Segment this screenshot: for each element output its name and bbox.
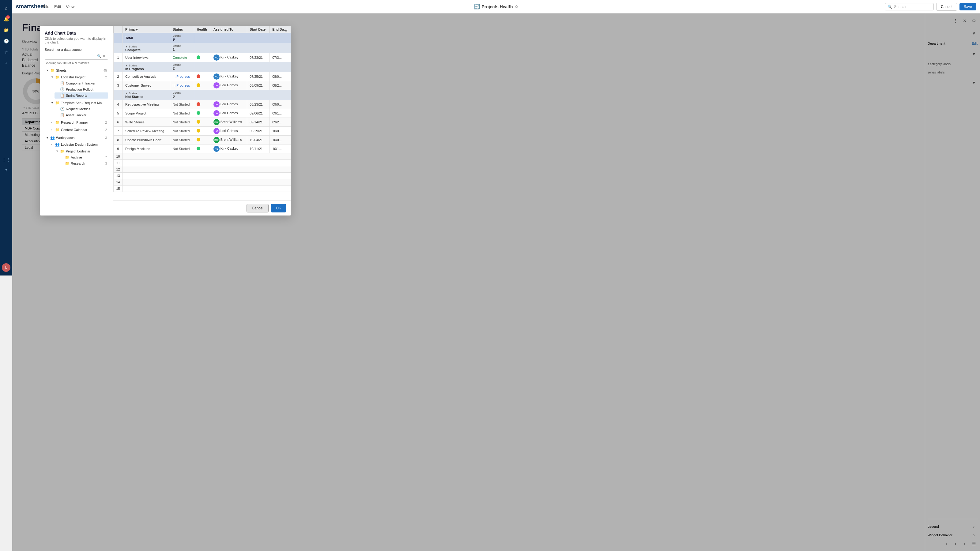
nav-file[interactable]: File [43,4,49,9]
total-row: Total Count 9 [114,33,291,43]
clock-icon: 🕐 [60,87,65,92]
assigned-to-column-header: Assigned To [211,26,247,33]
folder-icon: 📁 [55,128,60,132]
status-cell: Not Started [170,118,194,127]
clear-input-icon[interactable]: ✕ [103,54,105,58]
nav-links: File Edit View [43,4,75,9]
spreadsheet-scroll-area[interactable]: Primary Status Health Assigned To Start … [113,26,291,202]
status-cell: Not Started [170,100,194,109]
tree-sheets-header[interactable]: ▼ 📁 Sheets 45 [45,67,108,73]
search-data-label: Search for a data source [45,48,108,51]
add-chart-data-modal: Add Chart Data Click to select data you … [40,26,291,216]
search-input-icon: 🔍 [97,54,101,58]
row-num-8: 8 [114,136,123,144]
research-planner-count: 2 [105,121,107,124]
notstarted-count-cell: Count 6 [170,90,194,100]
assigned-cell: LG Lori Grimes [211,109,247,118]
asset-tracker-row[interactable]: 📋 Asset Tracker [54,112,108,118]
tree-content-calendar: › 📁 Content Calendar 2 [49,126,108,133]
sidebar-history-icon[interactable]: 🕐 [2,37,10,45]
health-cell [194,136,211,144]
request-metrics-row[interactable]: 🕐 Request Metrics [54,106,108,112]
avatar[interactable]: U [2,263,10,272]
modal-close-button[interactable]: ✕ [283,27,289,34]
search-data-input-field[interactable] [48,54,96,58]
research-row[interactable]: 📁 Research 3 [59,160,108,167]
status-cell: Not Started [170,109,194,118]
archive-row[interactable]: 📁 Archive 7 [59,154,108,160]
chevron-down-icon: ▼ [51,76,54,79]
row-num-6: 6 [114,118,123,127]
table-row: 9 Design Mockups Not Started KC Kirk Cas… [114,144,291,153]
row-num-header [114,26,123,33]
sidebar-home-icon[interactable]: ⌂ [2,4,10,12]
table-row: 6 Write Stories Not Started BW Brent Wil… [114,118,291,127]
start-date-cell: 08/09/21 [247,81,270,90]
data-source-tree: ▼ 📁 Sheets 45 ▼ 📁 Lodestar P [45,67,108,168]
end-date-cell: 09/1... [270,109,291,118]
sheet-icon: 📋 [60,113,65,117]
panel-subtitle: Click to select data you want to display… [45,37,108,44]
production-rollout-row[interactable]: 🕐 Production Rollout [54,86,108,92]
production-rollout-label: Production Rollout [66,87,107,91]
row-num-2: 2 [114,72,123,81]
cancel-button[interactable]: Cancel [247,204,268,213]
project-lodestar-label: Project Lodestar [66,149,107,153]
status-cell: In Progress [170,72,194,81]
health-cell [194,81,211,90]
page-title-icon: 🔄 [474,4,480,10]
primary-cell: Update Burndown Chart [123,136,170,144]
start-date-cell: 07/25/21 [247,72,270,81]
chevron-right-icon: › [51,121,54,124]
sprint-reports-label: Sprint Reports [66,94,107,97]
sidebar-star-icon[interactable]: ☆ [2,48,10,56]
component-tracker-row[interactable]: 📋 Component Tracker [54,80,108,86]
left-sidebar: ⌂ 🔔 3 📁 🕐 ☆ + ⋮⋮ ? U [0,0,12,275]
assigned-cell: LG Lori Grimes [211,100,247,109]
assigned-cell: KC Kirk Caskey [211,53,247,62]
nav-edit[interactable]: Edit [54,4,61,9]
start-date-cell: 07/23/21 [247,53,270,62]
sprint-reports-row[interactable]: 📋 Sprint Reports [54,92,108,98]
sidebar-add-icon[interactable]: + [2,59,10,67]
notification-badge: 3 [6,15,10,19]
app-logo: smartsheet [16,3,45,10]
end-date-cell: 08/2... [270,81,291,90]
inprogress-group-header: ▼ Status In Progress Count 2 [114,62,291,72]
search-data-input-wrapper[interactable]: 🔍 ✕ [45,52,108,60]
start-date-cell: 09/14/21 [247,118,270,127]
component-tracker-label: Component Tracker [66,81,107,85]
chart-data-panel: Add Chart Data Click to select data you … [40,26,113,216]
nav-view[interactable]: View [66,4,75,9]
status-column-header: Status [170,26,194,33]
sheets-children: ▼ 📁 Lodestar Project 2 📋 Compo [45,73,108,133]
research-planner-row[interactable]: › 📁 Research Planner 2 [49,119,108,125]
request-metrics-label: Request Metrics [66,107,107,111]
health-cell [194,100,211,109]
workspaces-header[interactable]: ▼ 👥 Workspaces 3 [45,135,108,141]
assigned-cell: KC Kirk Caskey [211,144,247,153]
health-column-header: Health [194,26,211,33]
sidebar-folder-icon[interactable]: 📁 [2,26,10,34]
ok-button[interactable]: OK [271,204,286,213]
lodestar-project-row[interactable]: ▼ 📁 Lodestar Project 2 [49,74,108,80]
status-cell: Not Started [170,127,194,136]
lodestar-project-label: Lodestar Project [61,75,104,79]
primary-cell: Retrospective Meeting [123,100,170,109]
lodestar-design-row[interactable]: › 👥 Lodestar Design System [49,141,108,148]
sidebar-help-icon[interactable]: ? [2,167,10,175]
content-calendar-row[interactable]: › 📁 Content Calendar 2 [49,127,108,133]
template-set-row[interactable]: ▼ 📁 Template Set - Request Ma. [49,100,108,106]
notstarted-group-header: ▼ Status Not Started Count 6 [114,90,291,100]
sidebar-notification-icon[interactable]: 🔔 3 [2,15,10,23]
chevron-right-icon: › [51,128,54,131]
top-bar: smartsheet File Edit View 🔄 Projects Hea… [12,0,490,13]
lodestar-design-label: Lodestar Design System [61,143,107,146]
content-calendar-count: 2 [105,128,107,132]
primary-cell: Scope Project [123,109,170,118]
sidebar-apps-icon[interactable]: ⋮⋮ [2,156,10,164]
project-lodestar-row[interactable]: ▼ 📁 Project Lodestar [54,148,108,154]
assigned-cell: BW Brent Williams [211,118,247,127]
table-row-empty: 12 [114,166,291,173]
end-date-cell: 07/3... [270,53,291,62]
